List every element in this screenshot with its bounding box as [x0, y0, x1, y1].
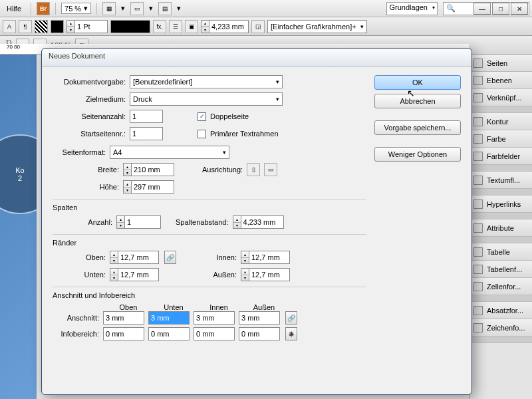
cols-count-input[interactable]: ▴▾1 — [116, 215, 161, 229]
slug-top[interactable]: 0 mm — [103, 327, 144, 340]
minimize-button[interactable]: — — [473, 3, 491, 15]
pages-input[interactable]: 1 — [130, 110, 163, 123]
para-icon[interactable]: ¶ — [19, 20, 32, 33]
panel-label: Seiten — [487, 59, 507, 67]
primary-frame-checkbox[interactable] — [198, 130, 206, 138]
facing-label: Doppelseite — [210, 112, 249, 120]
height-label: Höhe: — [53, 183, 119, 191]
panel-tab[interactable]: Verknüpf... — [469, 89, 532, 106]
menubar: Hilfe Br 75 %▾ ▦▾ ▭▾ ▤▾ Grundlagen 🔍 — [0, 0, 532, 17]
panel-tab[interactable]: Seiten — [469, 55, 532, 72]
m-outside-label: Außen: — [180, 271, 237, 279]
screen-mode-icon[interactable]: ▭ — [130, 2, 144, 15]
slug-inside[interactable]: 0 mm — [194, 327, 235, 340]
m-bottom-input[interactable]: ▴▾12,7 mm — [110, 268, 159, 281]
zoom-dropdown[interactable]: 75 %▾ — [61, 3, 91, 14]
panel-label: Attribute — [487, 224, 514, 232]
stroke-weight[interactable]: ▴▾1 Pt — [66, 20, 108, 33]
panel-label: Absatzfor... — [487, 307, 523, 315]
panel-icon — [473, 134, 483, 144]
view-mode-icon[interactable]: ▦ — [102, 2, 116, 15]
panel-label: Tabelle — [487, 248, 510, 256]
pages-label: Seitenanzahl: — [53, 112, 126, 120]
panel-tab[interactable]: Farbe — [469, 130, 532, 148]
document-canvas: Ko2 — [0, 55, 37, 399]
intent-dropdown[interactable]: Druck — [130, 92, 283, 106]
hdr-top: Oben — [106, 303, 151, 311]
wrap-icon[interactable]: ▣ — [185, 20, 198, 33]
panel-tab[interactable]: Zellenfor... — [469, 278, 532, 295]
intent-label: Zielmedium: — [53, 95, 126, 103]
panel-tab[interactable]: Zeichenfo... — [469, 319, 532, 336]
cancel-button[interactable]: Abbrechen — [374, 94, 461, 108]
panel-tab[interactable]: Attribute — [469, 219, 532, 237]
workspace-dropdown[interactable]: Grundlagen — [386, 2, 438, 15]
preset-dropdown[interactable]: [Benutzerdefiniert] — [130, 75, 283, 88]
panel-icon — [473, 200, 483, 209]
landscape-icon[interactable]: ▭ — [264, 163, 277, 176]
stroke-style[interactable] — [110, 20, 150, 33]
columns-section: Spalten — [53, 199, 366, 211]
fx-icon[interactable]: fx. — [153, 20, 166, 33]
margins-link-icon[interactable]: 🔗 — [164, 251, 176, 264]
panel-tab[interactable]: Farbfelder — [469, 148, 532, 165]
panel-label: Tabellenf... — [487, 265, 522, 273]
facing-checkbox[interactable]: ✓ — [198, 112, 206, 121]
slug-outside[interactable]: 0 mm — [239, 327, 280, 340]
panel-icon — [473, 223, 483, 233]
ok-button[interactable]: OK — [374, 75, 461, 90]
bleed-top[interactable]: 3 mm — [103, 311, 144, 325]
m-inside-label: Innen: — [180, 253, 237, 261]
width-input[interactable]: ▴▾210 mm — [123, 163, 174, 176]
panel-label: Zeichenfo... — [487, 324, 525, 332]
margins-section: Ränder — [53, 234, 366, 247]
stroke-swatch[interactable] — [51, 20, 64, 33]
height-input[interactable]: ▴▾297 mm — [123, 180, 174, 194]
arrange-icon[interactable]: ▤ — [158, 2, 172, 15]
align-icon[interactable]: ☰ — [169, 20, 182, 33]
panel-tab[interactable]: Absatzfor... — [469, 302, 532, 319]
orient-label: Ausrichtung: — [202, 166, 243, 174]
bleed-bottom[interactable]: 3 mm — [148, 311, 190, 325]
bleed-link-icon[interactable]: 🔗 — [285, 311, 297, 325]
bleed-inside[interactable]: 3 mm — [194, 311, 235, 325]
fewer-options-button[interactable]: Weniger Optionen — [374, 147, 461, 162]
panel-icon — [473, 152, 483, 161]
panel-tab[interactable]: Tabellenf... — [469, 261, 532, 278]
m-inside-input[interactable]: ▴▾12,7 mm — [241, 251, 290, 264]
panel-icon — [473, 117, 483, 126]
maximize-button[interactable]: □ — [492, 3, 509, 15]
panel-tab[interactable]: Textumfl... — [469, 172, 532, 189]
panel-tab[interactable]: Tabelle — [469, 243, 532, 261]
bleed-outside[interactable]: 3 mm — [239, 311, 280, 325]
start-label: Startseitennr.: — [53, 130, 126, 138]
start-input[interactable]: 1 — [130, 127, 163, 140]
panel-tab[interactable]: Kontur — [469, 113, 532, 130]
menu-help[interactable]: Hilfe — [3, 3, 25, 14]
slug-link-icon[interactable]: ❋ — [285, 327, 297, 340]
bridge-icon[interactable]: Br — [37, 2, 50, 15]
m-top-input[interactable]: ▴▾12,7 mm — [110, 251, 159, 264]
panel-icon — [473, 176, 483, 185]
fill-swatch[interactable] — [35, 20, 48, 33]
panel-tab[interactable]: Ebenen — [469, 72, 532, 89]
slug-bottom[interactable]: 0 mm — [148, 327, 190, 340]
save-preset-button[interactable]: Vorgabe speichern... — [374, 120, 461, 135]
panel-label: Farbe — [487, 135, 506, 143]
corner-icon[interactable]: ◲ — [251, 20, 265, 33]
panel-icon — [473, 93, 483, 102]
portrait-icon[interactable]: ▯ — [247, 163, 260, 176]
close-button[interactable]: ✕ — [511, 3, 528, 15]
new-document-dialog: Neues Dokument Dokumentvorgabe:[Benutzer… — [41, 48, 472, 395]
char-icon[interactable]: A — [3, 20, 16, 33]
m-outside-input[interactable]: ▴▾12,7 mm — [241, 268, 290, 281]
size-dropdown[interactable]: A4 — [110, 146, 229, 159]
dialog-title: Neues Dokument — [42, 49, 471, 67]
cols-gutter-input[interactable]: ▴▾4,233 mm — [233, 215, 284, 229]
preset-label: Dokumentvorgabe: — [53, 78, 126, 86]
object-style-dropdown[interactable]: [Einfacher Grafikrahmen]+ — [267, 20, 367, 33]
hdr-outside: Außen — [241, 303, 287, 311]
measure-field[interactable]: ▴▾4,233 mm — [201, 20, 249, 33]
hdr-inside: Innen — [196, 303, 241, 311]
panel-tab[interactable]: Hyperlinks — [469, 196, 532, 213]
